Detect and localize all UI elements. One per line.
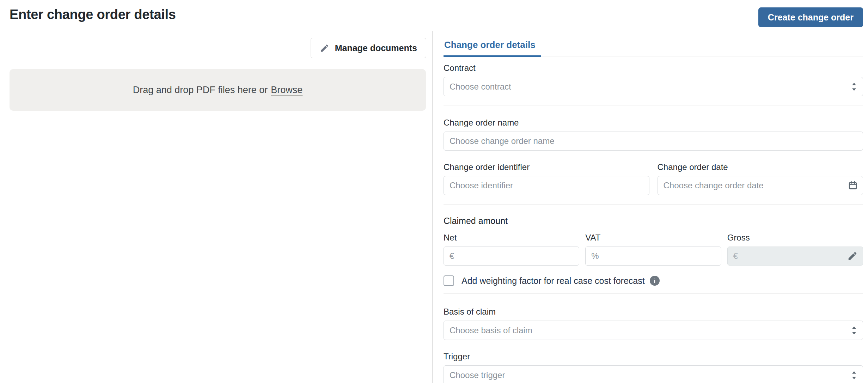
weighting-factor-checkbox[interactable] (444, 275, 454, 286)
basis-of-claim-field: Basis of claim Choose basis of claim (444, 306, 863, 340)
change-order-name-input[interactable] (444, 132, 863, 151)
net-field: Net (444, 232, 579, 266)
trigger-placeholder: Choose trigger (450, 370, 505, 380)
calendar-icon[interactable] (848, 181, 858, 190)
net-input[interactable] (444, 247, 579, 266)
identifier-field: Change order identifier (444, 162, 649, 195)
page-title: Enter change order details (10, 7, 176, 23)
vat-label: VAT (585, 232, 721, 243)
select-arrows-icon (851, 81, 857, 92)
documents-toolbar: Manage documents (0, 31, 432, 58)
date-label: Change order date (658, 162, 863, 172)
weighting-factor-row: Add weighting factor for real case cost … (444, 275, 863, 286)
vat-field: VAT (585, 232, 721, 266)
date-field: Change order date (658, 162, 863, 195)
change-order-name-field: Change order name (444, 117, 863, 151)
gross-input (727, 247, 863, 266)
section-divider (444, 293, 863, 294)
browse-link[interactable]: Browse (271, 85, 302, 96)
info-icon[interactable]: i (650, 276, 660, 286)
claimed-amount-heading: Claimed amount (444, 216, 863, 226)
claimed-amount-row: Net VAT Gross (444, 232, 863, 266)
contract-label: Contract (444, 63, 863, 73)
manage-documents-button[interactable]: Manage documents (311, 38, 426, 58)
manage-documents-label: Manage documents (335, 43, 417, 53)
contract-select[interactable]: Choose contract (444, 77, 863, 96)
trigger-label: Trigger (444, 351, 863, 362)
net-label: Net (444, 232, 579, 243)
weighting-factor-label: Add weighting factor for real case cost … (461, 276, 645, 286)
documents-panel: Manage documents Drag and drop PDF files… (0, 31, 433, 383)
section-divider (444, 105, 863, 105)
pdf-dropzone[interactable]: Drag and drop PDF files here or Browse (10, 69, 426, 111)
contract-select-placeholder: Choose contract (450, 82, 511, 92)
select-arrows-icon (851, 325, 857, 335)
basis-of-claim-select[interactable]: Choose basis of claim (444, 321, 863, 340)
select-arrows-icon (851, 370, 857, 380)
details-tabbar: Change order details (444, 31, 863, 56)
change-order-name-label: Change order name (444, 117, 863, 128)
contract-field: Contract Choose contract (444, 63, 863, 96)
tab-change-order-details[interactable]: Change order details (444, 31, 541, 57)
basis-of-claim-placeholder: Choose basis of claim (450, 326, 532, 335)
main-content: Manage documents Drag and drop PDF files… (0, 31, 868, 383)
change-order-details-panel: Change order details Contract Choose con… (433, 31, 868, 383)
section-divider (444, 204, 863, 205)
identifier-input[interactable] (444, 176, 649, 195)
pencil-icon (320, 43, 329, 53)
change-order-page: Enter change order details Create change… (0, 0, 868, 383)
identifier-date-row: Change order identifier Change order dat… (444, 162, 863, 195)
dropzone-text: Drag and drop PDF files here or (133, 85, 268, 96)
documents-divider (10, 63, 432, 63)
trigger-select[interactable]: Choose trigger (444, 365, 863, 383)
basis-of-claim-label: Basis of claim (444, 306, 863, 317)
page-header: Enter change order details Create change… (0, 0, 868, 31)
gross-label: Gross (727, 232, 863, 243)
create-change-order-button[interactable]: Create change order (758, 7, 863, 27)
trigger-field: Trigger Choose trigger (444, 351, 863, 383)
identifier-label: Change order identifier (444, 162, 649, 172)
vat-input[interactable] (585, 247, 721, 266)
edit-gross-pencil-icon[interactable] (847, 251, 858, 261)
gross-field: Gross (727, 232, 863, 266)
date-input[interactable] (658, 176, 863, 195)
